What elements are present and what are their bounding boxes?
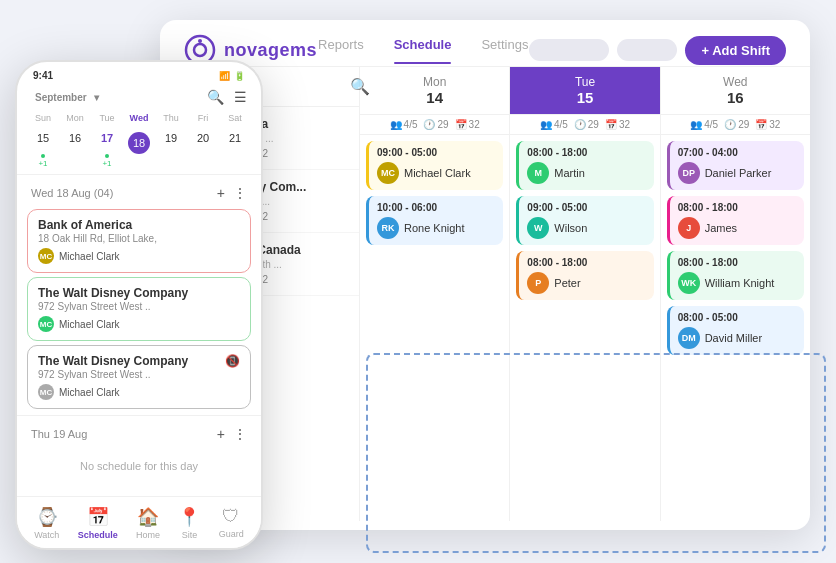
person-name: Peter xyxy=(554,277,580,289)
section2-header: Thu 19 Aug + ⋮ xyxy=(17,422,261,446)
more-icon[interactable]: ⋮ xyxy=(233,185,247,201)
shift-time: 08:00 - 18:00 xyxy=(678,257,796,268)
wday-thu: Thu xyxy=(155,111,187,125)
shift-card[interactable]: 10:00 - 06:00 RK Rone Knight xyxy=(366,196,503,245)
date-19[interactable]: 19 xyxy=(155,129,187,157)
shift-cards-wed: 07:00 - 04:00 DP Daniel Parker 08:00 - 1… xyxy=(661,135,810,521)
wday-sun: Sun xyxy=(27,111,59,125)
header-pill-1 xyxy=(529,39,609,61)
stat-calendar: 📅 32 xyxy=(755,119,780,130)
wday-mon: Mon xyxy=(59,111,91,125)
date-21[interactable]: 21 xyxy=(219,129,251,157)
avatar: MC xyxy=(38,316,54,332)
date-15[interactable]: 15 xyxy=(27,129,59,157)
day-label: Mon xyxy=(370,75,499,89)
shift-person: M Martin xyxy=(527,162,645,184)
menu-icon[interactable]: ☰ xyxy=(234,89,247,105)
header-pill-2 xyxy=(617,39,677,61)
shift-person: J James xyxy=(678,217,796,239)
avatar: DP xyxy=(678,162,700,184)
shift-cards-mon: 09:00 - 05:00 MC Michael Clark 10:00 - 0… xyxy=(360,135,509,521)
site-label: Site xyxy=(182,530,198,540)
card-person-name: Michael Clark xyxy=(59,251,120,262)
day-date: 16 xyxy=(671,89,800,106)
tab-settings[interactable]: Settings xyxy=(481,37,528,64)
date-18-today[interactable]: 18 xyxy=(123,129,155,157)
shift-card[interactable]: 07:00 - 04:00 DP Daniel Parker xyxy=(667,141,804,190)
shift-card[interactable]: 08:00 - 18:00 J James xyxy=(667,196,804,245)
card-subtitle: 18 Oak Hill Rd, Elliot Lake, xyxy=(38,233,240,244)
nav-guard[interactable]: 🛡 Guard xyxy=(219,506,244,539)
shift-card[interactable]: 08:00 - 18:00 P Peter xyxy=(516,251,653,300)
stat-clock: 🕐 29 xyxy=(574,119,599,130)
shift-time: 08:00 - 18:00 xyxy=(527,257,645,268)
avatar: P xyxy=(527,272,549,294)
guard-icon: 🛡 xyxy=(222,506,240,527)
phone-time: 9:41 xyxy=(33,70,53,81)
avatar: W xyxy=(527,217,549,239)
nav-schedule[interactable]: 📅 Schedule xyxy=(78,506,118,540)
search-icon[interactable]: 🔍 xyxy=(207,89,224,105)
shift-card[interactable]: 09:00 - 05:00 MC Michael Clark xyxy=(366,141,503,190)
guard-label: Guard xyxy=(219,529,244,539)
more-icon2[interactable]: ⋮ xyxy=(233,426,247,442)
tab-reports[interactable]: Reports xyxy=(318,37,364,64)
battery-icon: 🔋 xyxy=(234,71,245,81)
watch-icon: ⌚ xyxy=(36,506,58,528)
stat-guards: 👥 4/5 xyxy=(540,119,568,130)
no-schedule-text: No schedule for this day xyxy=(17,446,261,486)
bottom-nav: ⌚ Watch 📅 Schedule 🏠 Home 📍 Site 🛡 Guard xyxy=(17,496,261,548)
schedule-card-bank[interactable]: Bank of America 18 Oak Hill Rd, Elliot L… xyxy=(27,209,251,273)
nav-watch[interactable]: ⌚ Watch xyxy=(34,506,59,540)
nav-site[interactable]: 📍 Site xyxy=(178,506,200,540)
day-col-wed: Wed 16 👥 4/5 🕐 29 📅 32 07:00 - 04:00 DP xyxy=(661,67,810,521)
shift-time: 08:00 - 18:00 xyxy=(527,147,645,158)
schedule-card-disney2[interactable]: The Walt Disney Company 972 Sylvan Stree… xyxy=(27,345,251,409)
shift-card[interactable]: 09:00 - 05:00 W Wilson xyxy=(516,196,653,245)
wday-sat: Sat xyxy=(219,111,251,125)
nav-home[interactable]: 🏠 Home xyxy=(136,506,160,540)
svg-point-2 xyxy=(198,39,202,43)
watch-label: Watch xyxy=(34,530,59,540)
day-header-tue: Tue 15 xyxy=(510,67,659,115)
person-name: David Miller xyxy=(705,332,762,344)
shift-card[interactable]: 08:00 - 18:00 WK William Knight xyxy=(667,251,804,300)
date-17[interactable]: 17 xyxy=(91,129,123,157)
shift-person: DM David Miller xyxy=(678,327,796,349)
shift-card[interactable]: 08:00 - 05:00 DM David Miller xyxy=(667,306,804,355)
section2-actions: + ⋮ xyxy=(217,426,247,442)
desktop-header: novagems Reports Schedule Settings + Add… xyxy=(160,20,810,67)
section-actions: + ⋮ xyxy=(217,185,247,201)
shift-card[interactable]: 08:00 - 18:00 M Martin xyxy=(516,141,653,190)
avatar: MC xyxy=(38,384,54,400)
avatar: J xyxy=(678,217,700,239)
divider2 xyxy=(17,415,261,416)
date-20[interactable]: 20 xyxy=(187,129,219,157)
day-stats-tue: 👥 4/5 🕐 29 📅 32 xyxy=(510,115,659,135)
wday-fri: Fri xyxy=(187,111,219,125)
add-icon[interactable]: + xyxy=(217,185,225,201)
card-subtitle: 972 Sylvan Street West .. xyxy=(38,301,240,312)
status-bar: 9:41 📶 🔋 xyxy=(17,62,261,85)
avatar: DM xyxy=(678,327,700,349)
logo-text: novagems xyxy=(224,40,317,61)
add-shift-button[interactable]: + Add Shift xyxy=(685,36,786,65)
avatar: MC xyxy=(38,248,54,264)
date-16[interactable]: 16 xyxy=(59,129,91,157)
header-right: + Add Shift xyxy=(529,36,786,65)
person-name: Daniel Parker xyxy=(705,167,772,179)
svg-point-1 xyxy=(194,44,206,56)
day-col-mon: Mon 14 👥 4/5 🕐 29 📅 32 09:00 - 05:00 MC xyxy=(360,67,510,521)
person-name: Wilson xyxy=(554,222,587,234)
stat-calendar: 📅 32 xyxy=(455,119,480,130)
schedule-card-disney1[interactable]: The Walt Disney Company 972 Sylvan Stree… xyxy=(27,277,251,341)
wifi-icon: 📶 xyxy=(219,71,230,81)
person-name: Rone Knight xyxy=(404,222,465,234)
status-icons: 📶 🔋 xyxy=(219,71,245,81)
tab-schedule[interactable]: Schedule xyxy=(394,37,452,64)
day-date: 15 xyxy=(520,89,649,106)
card-person: MC Michael Clark xyxy=(38,384,240,400)
day-stats-wed: 👥 4/5 🕐 29 📅 32 xyxy=(661,115,810,135)
add-icon2[interactable]: + xyxy=(217,426,225,442)
person-name: Michael Clark xyxy=(404,167,471,179)
